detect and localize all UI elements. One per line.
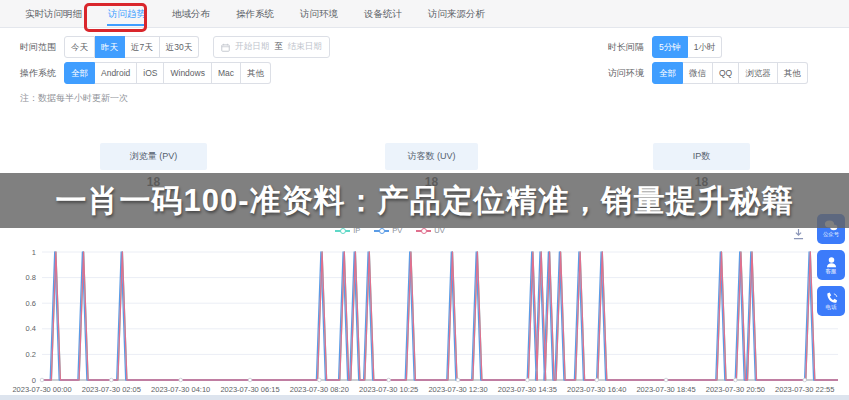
floating-contact-bar: 公众号 客服 电话 bbox=[817, 214, 847, 322]
start-date-placeholder: 开始日期 bbox=[235, 41, 269, 53]
date-range-input[interactable]: 开始日期 至 结束日期 bbox=[213, 36, 330, 58]
tab-visit-env[interactable]: 访问环境 bbox=[291, 0, 347, 27]
os-mac-button[interactable]: Mac bbox=[212, 62, 241, 84]
trend-chart[interactable]: 00.20.40.60.812023-07-30 00:002023-07-30… bbox=[0, 240, 849, 396]
svg-text:2023-07-30 06:15: 2023-07-30 06:15 bbox=[220, 385, 279, 394]
svg-text:1: 1 bbox=[32, 248, 36, 257]
filter-row-time: 时间范围 今天 昨天 近7天 近30天 开始日期 至 结束日期 时长间隔 5分钟… bbox=[0, 36, 849, 58]
svg-text:2023-07-30 22:55: 2023-07-30 22:55 bbox=[775, 385, 834, 394]
overlay-banner: 一肖一码100-准资料：产品定位精准，销量提升秘籍 bbox=[0, 173, 849, 228]
interval-1hour-button[interactable]: 1小时 bbox=[688, 36, 723, 58]
bottom-divider bbox=[0, 395, 849, 400]
interval-label: 时长间隔 bbox=[608, 41, 644, 54]
date-separator: 至 bbox=[274, 41, 283, 53]
stat-title-uv: 访客数 (UV) bbox=[385, 143, 478, 170]
download-icon[interactable] bbox=[792, 228, 805, 241]
os-group: 操作系统 全部 Android iOS Windows Mac 其他 bbox=[20, 62, 271, 84]
trend-chart-canvas[interactable]: 00.20.40.60.812023-07-30 00:002023-07-30… bbox=[0, 240, 849, 396]
svg-text:0.2: 0.2 bbox=[26, 350, 36, 359]
interval-group: 时长间隔 5分钟 1小时 bbox=[608, 36, 722, 58]
time-range-7d-button[interactable]: 近7天 bbox=[125, 36, 160, 58]
customer-service-label: 客服 bbox=[826, 268, 837, 274]
stat-title-pv: 浏览量 (PV) bbox=[100, 143, 207, 170]
customer-service-button[interactable]: 客服 bbox=[817, 250, 845, 280]
os-ios-button[interactable]: iOS bbox=[137, 62, 164, 84]
svg-text:2023-07-30 02:05: 2023-07-30 02:05 bbox=[82, 385, 141, 394]
tab-visit-trend[interactable]: 访问趋势 bbox=[99, 0, 155, 27]
os-windows-button[interactable]: Windows bbox=[164, 62, 211, 84]
overlay-banner-text: 一肖一码100-准资料：产品定位精准，销量提升秘籍 bbox=[55, 180, 793, 222]
official-account-label: 公众号 bbox=[823, 231, 839, 237]
tab-visit-source[interactable]: 访问来源分析 bbox=[419, 0, 494, 27]
phone-label: 电话 bbox=[826, 304, 837, 310]
svg-text:2023-07-30 10:25: 2023-07-30 10:25 bbox=[359, 385, 418, 394]
time-range-30d-button[interactable]: 近30天 bbox=[160, 36, 199, 58]
svg-text:2023-07-30 14:35: 2023-07-30 14:35 bbox=[498, 385, 557, 394]
svg-text:2023-07-30 00:00: 2023-07-30 00:00 bbox=[12, 385, 71, 394]
os-label: 操作系统 bbox=[20, 67, 56, 80]
tab-device-stats[interactable]: 设备统计 bbox=[355, 0, 411, 27]
svg-text:2023-07-30 18:45: 2023-07-30 18:45 bbox=[636, 385, 695, 394]
tab-realtime-detail[interactable]: 实时访问明细 bbox=[16, 0, 91, 27]
time-range-label: 时间范围 bbox=[20, 41, 56, 54]
svg-text:2023-07-30 12:30: 2023-07-30 12:30 bbox=[428, 385, 487, 394]
svg-text:0: 0 bbox=[32, 376, 36, 385]
time-range-group: 时间范围 今天 昨天 近7天 近30天 开始日期 至 结束日期 bbox=[20, 36, 330, 58]
svg-text:0.6: 0.6 bbox=[26, 299, 36, 308]
os-other-button[interactable]: 其他 bbox=[241, 62, 271, 84]
end-date-placeholder: 结束日期 bbox=[288, 41, 322, 53]
filter-row-os-env: 操作系统 全部 Android iOS Windows Mac 其他 访问环境 … bbox=[0, 62, 849, 84]
svg-text:2023-07-30 20:50: 2023-07-30 20:50 bbox=[706, 385, 765, 394]
svg-text:0.8: 0.8 bbox=[26, 273, 36, 282]
env-qq-button[interactable]: QQ bbox=[713, 62, 739, 84]
phone-icon bbox=[825, 292, 838, 304]
interval-5min-button[interactable]: 5分钟 bbox=[652, 36, 688, 58]
stat-title-ip: IP数 bbox=[653, 143, 750, 170]
update-note: 注：数据每半小时更新一次 bbox=[20, 92, 128, 105]
os-all-button[interactable]: 全部 bbox=[64, 62, 95, 84]
phone-button[interactable]: 电话 bbox=[817, 286, 845, 316]
svg-text:2023-07-30 04:10: 2023-07-30 04:10 bbox=[151, 385, 210, 394]
env-label: 访问环境 bbox=[608, 67, 644, 80]
env-other-button[interactable]: 其他 bbox=[778, 62, 808, 84]
customer-service-icon bbox=[825, 256, 838, 268]
time-range-yesterday-button[interactable]: 昨天 bbox=[95, 36, 125, 58]
env-browser-button[interactable]: 浏览器 bbox=[739, 62, 778, 84]
env-wechat-button[interactable]: 微信 bbox=[683, 62, 713, 84]
calendar-icon bbox=[221, 43, 230, 52]
analytics-dashboard: 实时访问明细 访问趋势 地域分布 操作系统 访问环境 设备统计 访问来源分析 时… bbox=[0, 0, 849, 400]
svg-text:2023-07-30 08:20: 2023-07-30 08:20 bbox=[290, 385, 349, 394]
tab-os[interactable]: 操作系统 bbox=[227, 0, 283, 27]
env-group: 访问环境 全部 微信 QQ 浏览器 其他 bbox=[608, 62, 808, 84]
os-android-button[interactable]: Android bbox=[95, 62, 137, 84]
tab-bar: 实时访问明细 访问趋势 地域分布 操作系统 访问环境 设备统计 访问来源分析 bbox=[0, 0, 849, 28]
svg-text:2023-07-30 16:40: 2023-07-30 16:40 bbox=[567, 385, 626, 394]
env-all-button[interactable]: 全部 bbox=[652, 62, 683, 84]
time-range-today-button[interactable]: 今天 bbox=[64, 36, 95, 58]
tab-region-distribution[interactable]: 地域分布 bbox=[163, 0, 219, 27]
svg-text:0.4: 0.4 bbox=[26, 324, 36, 333]
